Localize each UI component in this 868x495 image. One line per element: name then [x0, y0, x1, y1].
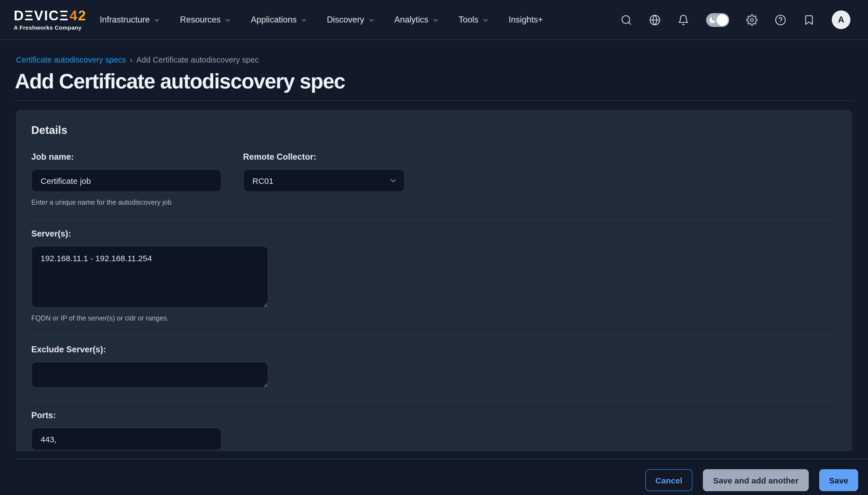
- nav-item-insights-plus[interactable]: Insights+: [509, 15, 543, 25]
- bell-icon[interactable]: [678, 14, 689, 25]
- job-name-input[interactable]: [31, 169, 222, 192]
- toggle-knob: [716, 14, 728, 25]
- chevron-down-icon: [368, 17, 375, 23]
- page-title: Add Certificate autodiscovery spec: [15, 70, 345, 93]
- save-and-add-another-button[interactable]: Save and add another: [703, 469, 809, 491]
- save-button[interactable]: Save: [819, 469, 858, 491]
- chevron-down-icon: [432, 17, 439, 23]
- servers-helper: FQDN or IP of the server(s) or cidr or r…: [31, 314, 837, 322]
- footer-buttons: Cancel Save and add another Save: [645, 469, 858, 491]
- cancel-button[interactable]: Cancel: [645, 469, 692, 491]
- chevron-down-icon: [389, 176, 397, 185]
- nav-item-resources[interactable]: Resources: [180, 15, 231, 25]
- nav-item-label: Infrastructure: [100, 15, 150, 25]
- action-footer: Cancel Save and add another Save: [0, 451, 868, 495]
- app-window: DΞVICΞ42 A Freshworks Company Infrastruc…: [0, 0, 868, 495]
- breadcrumb-parent-link[interactable]: Certificate autodiscovery specs: [16, 55, 126, 64]
- logo-number: 42: [70, 9, 87, 23]
- nav-right-icons: A: [621, 11, 850, 29]
- job-name-label: Job name:: [31, 152, 243, 162]
- breadcrumb-separator: ›: [130, 55, 133, 64]
- logo-tagline: A Freshworks Company: [14, 25, 86, 31]
- nav-item-label: Insights+: [509, 15, 543, 25]
- device42-logo[interactable]: DΞVICΞ42 A Freshworks Company: [14, 9, 86, 31]
- theme-toggle[interactable]: [706, 13, 729, 27]
- servers-label: Server(s):: [31, 229, 837, 239]
- divider: [31, 335, 837, 335]
- nav-item-analytics[interactable]: Analytics: [395, 15, 439, 25]
- chevron-down-icon: [300, 17, 307, 23]
- nav-item-label: Applications: [251, 15, 297, 25]
- exclude-servers-textarea[interactable]: [31, 362, 268, 388]
- nav-item-label: Analytics: [395, 15, 429, 25]
- nav-item-label: Tools: [459, 15, 479, 25]
- bookmark-icon[interactable]: [803, 14, 815, 25]
- nav-item-infrastructure[interactable]: Infrastructure: [100, 15, 160, 25]
- nav-item-label: Discovery: [327, 15, 364, 25]
- logo-wordmark: DΞVICΞ42: [14, 9, 86, 23]
- job-name-field: Job name:: [31, 152, 243, 192]
- main-menu: Infrastructure Resources Applications Di…: [100, 15, 543, 25]
- logo-text: DΞVICΞ: [14, 9, 69, 23]
- moon-icon: [708, 16, 716, 26]
- ports-label: Ports:: [31, 410, 837, 420]
- details-card: Details Job name: Remote Collector: RC01…: [16, 110, 852, 451]
- search-icon[interactable]: [621, 14, 632, 25]
- remote-collector-field: Remote Collector: RC01: [243, 152, 405, 192]
- top-nav: DΞVICΞ42 A Freshworks Company Infrastruc…: [0, 0, 868, 40]
- ports-input[interactable]: [31, 427, 222, 450]
- breadcrumb: Certificate autodiscovery specs › Add Ce…: [16, 55, 259, 64]
- breadcrumb-current: Add Certificate autodiscovery spec: [136, 55, 259, 64]
- section-title: Details: [31, 124, 837, 137]
- avatar-initial: A: [838, 15, 844, 25]
- nav-item-applications[interactable]: Applications: [251, 15, 307, 25]
- nav-item-discovery[interactable]: Discovery: [327, 15, 375, 25]
- avatar[interactable]: A: [832, 11, 850, 29]
- remote-collector-value: RC01: [253, 176, 274, 185]
- chevron-down-icon: [224, 17, 231, 23]
- job-row: Job name: Remote Collector: RC01: [31, 152, 837, 192]
- title-divider: [15, 100, 853, 101]
- globe-icon[interactable]: [649, 14, 661, 25]
- help-icon[interactable]: [775, 14, 786, 25]
- divider: [31, 400, 837, 401]
- job-name-helper: Enter a unique name for the autodiscover…: [31, 199, 837, 206]
- remote-collector-select[interactable]: RC01: [243, 169, 405, 192]
- remote-collector-label: Remote Collector:: [243, 152, 405, 162]
- exclude-servers-label: Exclude Server(s):: [31, 345, 837, 355]
- chevron-down-icon: [482, 17, 489, 23]
- divider: [31, 219, 837, 220]
- nav-item-label: Resources: [180, 15, 221, 25]
- gear-icon[interactable]: [746, 14, 758, 25]
- chevron-down-icon: [154, 17, 160, 23]
- servers-textarea[interactable]: 192.168.11.1 - 192.168.11.254: [31, 246, 268, 308]
- nav-item-tools[interactable]: Tools: [459, 15, 489, 25]
- footer-divider: [15, 459, 868, 459]
